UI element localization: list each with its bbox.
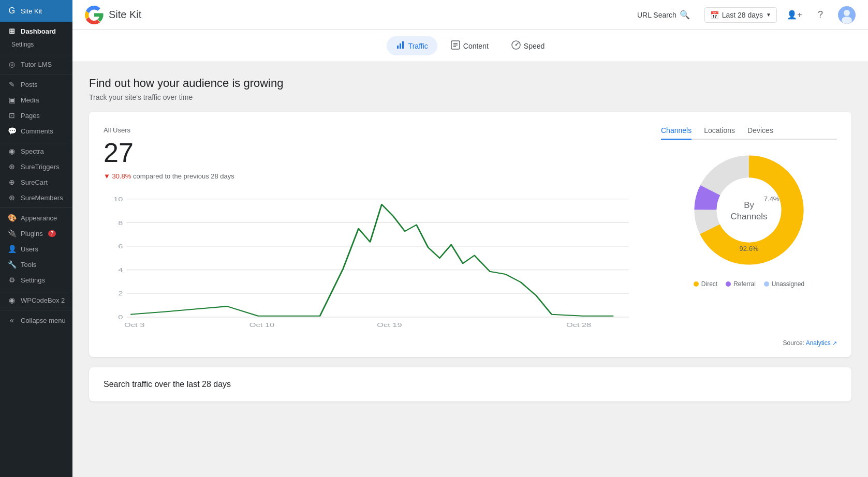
sidebar-item-tutor-lms[interactable]: ◎ Tutor LMS — [0, 56, 72, 72]
avatar-image — [838, 6, 856, 24]
plugins-icon: 🔌 — [7, 229, 17, 237]
speed-icon — [511, 40, 521, 51]
sidebar-item-suretriggers[interactable]: ⊕ SureTriggers — [0, 159, 72, 174]
surecart-icon: ⊕ — [7, 178, 17, 186]
donut-tab-channels[interactable]: Channels — [661, 126, 692, 140]
sidebar-divider-1 — [0, 54, 72, 54]
analytics-card: All Users 27 ▼ 30.8% compared to the pre… — [89, 112, 851, 357]
page-body: Find out how your audience is growing Tr… — [72, 62, 868, 416]
donut-tab-devices-label: Devices — [747, 126, 773, 135]
sidebar-item-comments[interactable]: 💬 Comments — [0, 123, 72, 139]
change-text: compared to the previous 28 days — [133, 172, 234, 180]
topbar-right: URL Search 🔍 📅 Last 28 days ▼ 👤+ ? — [632, 6, 856, 24]
sidebar-item-settings-top[interactable]: Settings — [0, 37, 72, 52]
sidebar-item-spectra[interactable]: ◉ Spectra — [0, 143, 72, 159]
legend-item-unassigned: Unassigned — [764, 280, 804, 288]
sidebar-item-collapse[interactable]: « Collapse menu — [0, 312, 72, 328]
settings-icon: ⚙ — [7, 276, 17, 284]
sidebar-plugins-label: Plugins — [21, 230, 43, 237]
add-user-icon: 👤+ — [787, 10, 802, 20]
search-card-title: Search traffic over the last 28 days — [104, 380, 837, 389]
tab-content[interactable]: Content — [442, 36, 498, 55]
sidebar-item-site-kit[interactable]: G Site Kit — [0, 0, 72, 22]
tab-traffic[interactable]: Traffic — [387, 36, 437, 55]
donut-tab-locations-label: Locations — [704, 126, 735, 135]
sidebar-item-dashboard[interactable]: ⊞ Dashboard — [0, 22, 72, 37]
search-traffic-card: Search traffic over the last 28 days — [89, 367, 851, 401]
svg-text:Oct 10: Oct 10 — [249, 321, 274, 328]
dashboard-icon: ⊞ — [7, 27, 17, 35]
add-user-button[interactable]: 👤+ — [786, 7, 803, 23]
external-link-icon: ↗ — [832, 340, 837, 346]
plugins-badge: 7 — [48, 230, 56, 237]
sidebar-divider-4 — [0, 207, 72, 208]
sidebar-divider-2 — [0, 74, 72, 74]
sidebar: G Site Kit ⊞ Dashboard Settings ◎ Tutor … — [0, 0, 72, 477]
sidebar-item-media[interactable]: ▣ Media — [0, 92, 72, 108]
suretriggers-icon: ⊕ — [7, 162, 17, 171]
svg-rect-5 — [402, 41, 404, 49]
donut-tab-locations[interactable]: Locations — [704, 126, 735, 139]
pages-icon: ⊡ — [7, 111, 17, 120]
url-search-button[interactable]: URL Search 🔍 — [632, 7, 695, 23]
search-icon: 🔍 — [680, 10, 690, 20]
change-badge: ▼ 30.8% compared to the previous 28 days — [104, 172, 644, 180]
legend-label-unassigned: Unassigned — [772, 280, 804, 288]
svg-text:8: 8 — [118, 219, 123, 226]
svg-point-2 — [842, 17, 852, 24]
sidebar-site-kit-label: Site Kit — [21, 7, 42, 15]
svg-point-1 — [844, 10, 850, 16]
main-content: Site Kit URL Search 🔍 📅 Last 28 days ▼ 👤… — [72, 0, 868, 477]
sidebar-suretriggers-label: SureTriggers — [21, 163, 60, 171]
donut-tab-channels-label: Channels — [661, 126, 692, 135]
main-tabs: Traffic Content Speed — [72, 30, 868, 62]
sidebar-item-tools[interactable]: 🔧 Tools — [0, 257, 72, 272]
comments-icon: 💬 — [7, 127, 17, 135]
sidebar-collapse-label: Collapse menu — [21, 317, 66, 324]
sidebar-item-posts[interactable]: ✎ Posts — [0, 77, 72, 92]
sidebar-item-pages[interactable]: ⊡ Pages — [0, 108, 72, 123]
sidebar-users-label: Users — [21, 245, 38, 253]
tutor-lms-icon: ◎ — [7, 60, 17, 68]
tab-speed[interactable]: Speed — [502, 36, 554, 55]
traffic-icon — [396, 40, 405, 51]
date-range-button[interactable]: 📅 Last 28 days ▼ — [704, 7, 777, 23]
svg-text:2: 2 — [118, 290, 123, 297]
sidebar-tutor-lms-label: Tutor LMS — [21, 61, 52, 68]
donut-tab-devices[interactable]: Devices — [747, 126, 773, 139]
help-icon: ? — [818, 9, 823, 20]
tab-content-label: Content — [463, 42, 489, 50]
sidebar-item-plugins[interactable]: 🔌 Plugins 7 — [0, 226, 72, 241]
analytics-link[interactable]: Analytics ↗ — [806, 339, 837, 347]
user-avatar[interactable] — [838, 6, 856, 24]
appearance-icon: 🎨 — [7, 214, 17, 222]
legend-item-referral: Referral — [726, 280, 756, 288]
sidebar-item-settings[interactable]: ⚙ Settings — [0, 272, 72, 288]
sidebar-item-suremembers[interactable]: ⊕ SureMembers — [0, 190, 72, 205]
sidebar-item-surecart[interactable]: ⊕ SureCart — [0, 174, 72, 190]
content-icon — [451, 40, 460, 51]
sidebar-divider-5 — [0, 290, 72, 290]
topbar: Site Kit URL Search 🔍 📅 Last 28 days ▼ 👤… — [72, 0, 868, 30]
sidebar-suremembers-label: SureMembers — [21, 194, 63, 202]
svg-text:By: By — [744, 200, 754, 210]
topbar-logo: Site Kit — [85, 6, 141, 24]
source-line: Source: Analytics ↗ — [104, 339, 837, 347]
svg-text:Oct 3: Oct 3 — [124, 321, 144, 328]
donut-section: Channels Locations Devices — [661, 126, 837, 333]
page-subheading: Track your site's traffic over time — [89, 93, 851, 101]
help-button[interactable]: ? — [812, 7, 829, 23]
sidebar-surecart-label: SureCart — [21, 178, 48, 186]
sidebar-item-appearance[interactable]: 🎨 Appearance — [0, 210, 72, 226]
svg-rect-4 — [400, 43, 401, 49]
change-value: ▼ 30.8% — [104, 172, 131, 180]
sidebar-item-users[interactable]: 👤 Users — [0, 241, 72, 257]
sidebar-settings-label: Settings — [21, 276, 45, 284]
media-icon: ▣ — [7, 96, 17, 104]
sidebar-item-wpcodebox[interactable]: ◉ WPCodeBox 2 — [0, 292, 72, 308]
collapse-icon: « — [7, 316, 17, 324]
legend-label-direct: Direct — [701, 280, 717, 288]
sidebar-appearance-label: Appearance — [21, 214, 57, 222]
spectra-icon: ◉ — [7, 147, 17, 155]
users-count: 27 — [104, 137, 644, 168]
